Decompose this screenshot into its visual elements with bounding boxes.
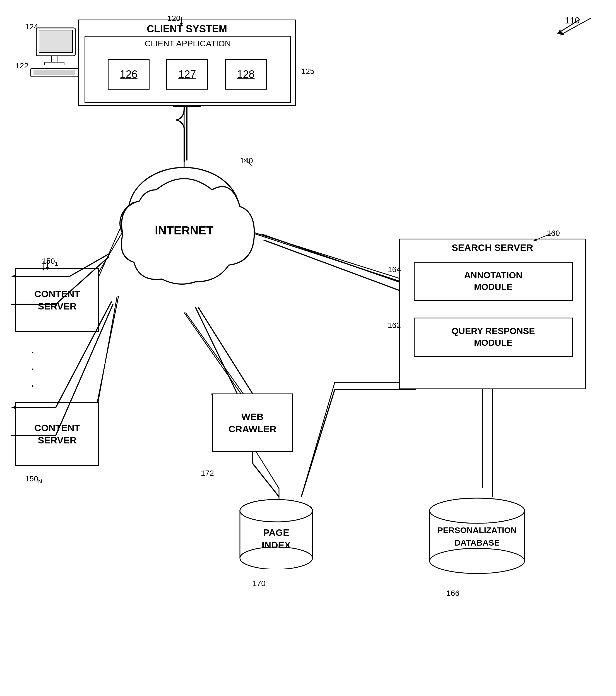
- module-126[interactable]: 126: [108, 59, 149, 90]
- content-server-2-box: CONTENTSERVER: [15, 402, 99, 466]
- web-crawler-label: WEBCRAWLER: [213, 394, 292, 451]
- svg-point-47: [429, 548, 524, 573]
- ref-162: 162: [388, 321, 401, 330]
- computer-icon: [28, 25, 84, 78]
- svg-line-67: [264, 240, 399, 290]
- module-128[interactable]: 128: [225, 59, 267, 90]
- svg-marker-55: [11, 275, 15, 278]
- svg-line-65: [198, 307, 253, 394]
- page-index-cylinder: PAGE INDEX: [237, 497, 315, 569]
- ref-166: 166: [447, 589, 459, 598]
- svg-line-69: [253, 463, 279, 497]
- ref-172: 172: [201, 469, 214, 478]
- content-server-2-label: CONTENTSERVER: [16, 403, 98, 465]
- svg-line-72: [301, 389, 335, 497]
- ref-125: 125: [301, 67, 314, 76]
- content-server-1-box: CONTENTSERVER: [15, 268, 99, 332]
- svg-line-8: [185, 313, 244, 395]
- svg-text:INDEX: INDEX: [262, 540, 291, 550]
- arrow-120: [165, 13, 193, 27]
- svg-point-40: [240, 500, 312, 522]
- svg-line-7: [184, 313, 243, 396]
- svg-line-32: [244, 159, 253, 166]
- svg-rect-25: [33, 70, 75, 75]
- svg-line-63: [195, 307, 237, 394]
- svg-line-9: [251, 232, 402, 279]
- svg-point-39: [240, 547, 312, 569]
- svg-line-10: [253, 233, 402, 282]
- svg-text:DATABASE: DATABASE: [454, 538, 500, 547]
- svg-point-48: [429, 498, 524, 523]
- query-response-label: QUERY RESPONSEMODULE: [452, 326, 535, 349]
- svg-marker-34: [46, 267, 49, 270]
- svg-rect-22: [52, 56, 57, 63]
- cloud-svg: INTERNET: [106, 156, 262, 318]
- web-crawler-box: WEBCRAWLER: [212, 394, 293, 452]
- svg-text:PERSONALIZATION: PERSONALIZATION: [437, 525, 517, 535]
- arrow-150-1: [39, 255, 61, 271]
- personalization-db-cylinder: PERSONALIZATION DATABASE: [427, 497, 527, 575]
- ref-170: 170: [253, 579, 265, 588]
- client-system-box: CLIENT SYSTEM CLIENT APPLICATION 126 127…: [78, 19, 296, 106]
- svg-text:PAGE: PAGE: [263, 527, 289, 538]
- annotation-module-box: ANNOTATIONMODULE: [414, 262, 573, 301]
- diagram: 110 CLIENT SYSTEM CLIENT APPLICATION 126…: [0, 0, 616, 696]
- svg-line-15: [301, 382, 335, 497]
- search-server-box: SEARCH SERVER ANNOTATIONMODULE QUERY RES…: [399, 239, 586, 389]
- svg-rect-21: [39, 30, 72, 52]
- svg-rect-23: [45, 62, 64, 65]
- svg-text:INTERNET: INTERNET: [155, 224, 213, 237]
- client-app-label: CLIENT APPLICATION: [85, 39, 290, 48]
- query-response-module-box: QUERY RESPONSEMODULE: [414, 318, 573, 357]
- dots-separator: ···: [31, 343, 35, 394]
- annotation-module-label: ANNOTATIONMODULE: [464, 270, 522, 293]
- internet-cloud: INTERNET: [106, 156, 262, 318]
- svg-marker-19: [180, 23, 183, 27]
- svg-line-77: [563, 18, 591, 33]
- arrow-140: [236, 155, 258, 169]
- ref-164: 164: [388, 265, 401, 274]
- ref-110-arrow: [546, 13, 597, 41]
- client-app-box: CLIENT APPLICATION 126 127 128: [84, 36, 291, 103]
- svg-line-66: [262, 234, 399, 282]
- ref-122: 122: [15, 61, 29, 70]
- ref-160: 160: [547, 229, 560, 238]
- svg-marker-60: [11, 406, 15, 409]
- ref-150-n: 150N: [25, 474, 42, 485]
- search-server-label: SEARCH SERVER: [400, 242, 585, 253]
- content-server-1-label: CONTENTSERVER: [16, 269, 98, 331]
- module-127[interactable]: 127: [166, 59, 208, 90]
